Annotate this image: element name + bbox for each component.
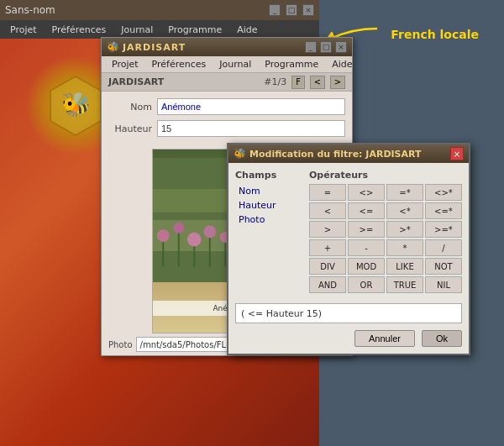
hauteur-row: Hauteur: [108, 120, 345, 137]
op-gt[interactable]: >: [309, 221, 346, 238]
filter-buttons: Annuler Ok: [235, 330, 462, 347]
op-div[interactable]: DIV: [309, 258, 346, 275]
main-minimize-button[interactable]: _: [305, 41, 317, 53]
op-gte[interactable]: >=: [348, 221, 385, 238]
next-record-button[interactable]: >: [330, 76, 345, 89]
record-label: JARDISART: [108, 76, 259, 87]
filter-body: Champs Nom Hauteur Photo Opérateurs = <>…: [228, 163, 469, 354]
nom-input[interactable]: [157, 98, 345, 115]
svg-point-8: [203, 225, 216, 238]
cancel-button[interactable]: Annuler: [354, 330, 415, 347]
operateurs-header: Opérateurs: [309, 170, 462, 181]
bg-menu-projet[interactable]: Projet: [3, 23, 44, 37]
op-plus[interactable]: +: [309, 239, 346, 256]
filter-fields-column: Champs Nom Hauteur Photo: [235, 170, 302, 296]
hauteur-input[interactable]: [157, 120, 345, 137]
filter-button[interactable]: F: [291, 76, 305, 89]
bg-menu-journal[interactable]: Journal: [114, 23, 160, 37]
bg-window-title: Sans-nom: [5, 4, 55, 16]
form-area: Nom Hauteur: [102, 92, 352, 149]
bg-maximize-button[interactable]: □: [286, 4, 297, 16]
bg-minimize-button[interactable]: _: [269, 4, 281, 16]
field-hauteur[interactable]: Hauteur: [235, 198, 302, 213]
op-like[interactable]: LIKE: [386, 258, 423, 275]
main-menubar: Projet Préférences Journal Programme Aid…: [102, 56, 352, 73]
filter-expression[interactable]: ( <= Hauteur 15): [235, 303, 462, 323]
nom-row: Nom: [108, 98, 345, 115]
filter-title: Modification du filtre: JARDISART: [249, 149, 447, 160]
op-true[interactable]: TRUE: [386, 276, 423, 293]
svg-point-5: [157, 229, 170, 242]
op-lte-star[interactable]: <=*: [425, 202, 462, 219]
ok-button[interactable]: Ok: [422, 330, 462, 347]
op-or[interactable]: OR: [348, 276, 385, 293]
record-num: #1/3: [264, 76, 286, 87]
record-bar: JARDISART #1/3 F < >: [102, 73, 352, 92]
svg-point-6: [173, 223, 184, 233]
nom-label: Nom: [108, 102, 152, 113]
svg-point-7: [187, 233, 202, 247]
op-neq[interactable]: <>: [348, 184, 385, 201]
main-maximize-button[interactable]: □: [320, 41, 332, 53]
bg-menubar: Projet Préférences Journal Programme Aid…: [0, 20, 319, 39]
hauteur-label: Hauteur: [108, 123, 152, 134]
svg-text:🐝: 🐝: [61, 91, 91, 118]
bg-titlebar: Sans-nom _ □ ×: [0, 0, 319, 20]
filter-columns: Champs Nom Hauteur Photo Opérateurs = <>…: [235, 170, 462, 296]
main-menu-aide[interactable]: Aide: [325, 57, 359, 71]
bg-menu-aide[interactable]: Aide: [230, 23, 264, 37]
main-menu-journal[interactable]: Journal: [213, 57, 258, 71]
filter-expression-text: ( <= Hauteur 15): [241, 308, 322, 319]
annotation-text: French locale: [391, 28, 479, 41]
op-and[interactable]: AND: [309, 276, 346, 293]
main-titlebar: 🐝 JARDISART _ □ ×: [102, 38, 352, 56]
bee-logo: 🐝: [42, 72, 109, 139]
op-neq-star[interactable]: <>*: [425, 184, 462, 201]
op-minus[interactable]: -: [348, 239, 385, 256]
op-multiply[interactable]: *: [386, 239, 423, 256]
op-mod[interactable]: MOD: [348, 258, 385, 275]
main-close-button[interactable]: ×: [335, 41, 347, 53]
field-nom[interactable]: Nom: [235, 184, 302, 198]
bg-menu-preferences[interactable]: Préférences: [45, 23, 113, 37]
op-not[interactable]: NOT: [425, 258, 462, 275]
main-menu-projet[interactable]: Projet: [105, 57, 145, 71]
op-lt-star[interactable]: <*: [386, 202, 423, 219]
op-lte[interactable]: <=: [348, 202, 385, 219]
op-nil[interactable]: NIL: [425, 276, 462, 293]
photo-path-label: Photo: [108, 340, 133, 349]
champs-header: Champs: [235, 170, 302, 181]
filter-bee-icon: 🐝: [234, 148, 246, 160]
op-gt-star[interactable]: >*: [386, 221, 423, 238]
op-eq[interactable]: =: [309, 184, 346, 201]
bg-close-button[interactable]: ×: [302, 4, 314, 16]
op-lt[interactable]: <: [309, 202, 346, 219]
filter-close-button[interactable]: ×: [450, 147, 464, 160]
operators-grid-1: = <> =* <>* < <= <* <=* > >= >* >=* + - …: [309, 184, 462, 293]
op-eq-star[interactable]: =*: [386, 184, 423, 201]
op-gte-star[interactable]: >=*: [425, 221, 462, 238]
main-menu-preferences[interactable]: Préférences: [145, 57, 213, 71]
main-menu-programme[interactable]: Programme: [258, 57, 325, 71]
filter-operators-column: Opérateurs = <> =* <>* < <= <* <=* > >= …: [309, 170, 462, 296]
main-window-title: JARDISART: [123, 42, 302, 53]
main-bee-icon: 🐝: [107, 41, 119, 53]
field-photo[interactable]: Photo: [235, 213, 302, 227]
prev-record-button[interactable]: <: [310, 76, 325, 89]
filter-titlebar: 🐝 Modification du filtre: JARDISART ×: [228, 144, 469, 163]
filter-dialog: 🐝 Modification du filtre: JARDISART × Ch…: [227, 143, 470, 355]
bg-menu-programme[interactable]: Programme: [161, 23, 228, 37]
op-divide[interactable]: /: [425, 239, 462, 256]
